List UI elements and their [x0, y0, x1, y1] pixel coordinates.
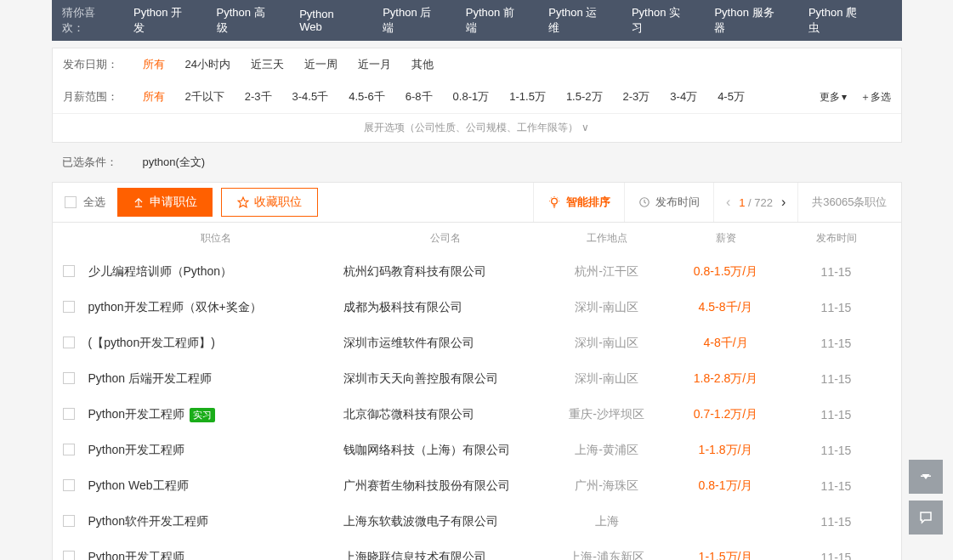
filter-salary-option[interactable]: 3-4.5千: [292, 89, 329, 105]
expand-filters-toggle[interactable]: 展开选项（公司性质、公司规模、工作年限等） ∨: [53, 113, 901, 142]
expand-filters-label: 展开选项（公司性质、公司规模、工作年限等）: [364, 122, 578, 133]
filter-salary-option[interactable]: 1-1.5万: [509, 89, 546, 105]
filter-salary-option[interactable]: 0.8-1万: [453, 89, 490, 105]
filter-salary-option[interactable]: 2-3千: [245, 89, 272, 105]
job-checkbox[interactable]: [63, 408, 75, 420]
chevron-down-icon: ∨: [581, 122, 589, 133]
job-date: 11-15: [786, 301, 888, 314]
job-checkbox[interactable]: [63, 551, 75, 561]
filter-date-option[interactable]: 近三天: [251, 57, 284, 72]
filter-date-option[interactable]: 近一周: [304, 57, 338, 72]
intern-badge: 实习: [190, 408, 215, 422]
arrow-up-icon: [918, 469, 933, 484]
job-checkbox[interactable]: [63, 301, 75, 313]
job-checkbox[interactable]: [63, 265, 75, 277]
tag-item[interactable]: Python 爬虫: [808, 5, 868, 36]
total-count: 共36065条职位: [797, 183, 900, 222]
job-salary: 1-1.5万/月: [667, 550, 786, 560]
pager: ‹ 1 / 722 ›: [713, 183, 797, 222]
sort-smart-label: 智能排序: [566, 195, 610, 210]
sort-publish-label: 发布时间: [655, 195, 700, 210]
sort-publish-time[interactable]: 发布时间: [624, 183, 713, 222]
job-checkbox[interactable]: [63, 515, 75, 527]
job-location: 重庆-沙坪坝区: [547, 407, 667, 422]
filter-salary-option[interactable]: 3-4万: [670, 89, 697, 105]
job-date: 11-15: [786, 479, 888, 493]
job-location: 上海-黄浦区: [547, 443, 667, 458]
selected-value: python(全文): [143, 155, 206, 170]
select-all-checkbox[interactable]: [65, 196, 77, 208]
filter-multi-button[interactable]: ＋多选: [860, 90, 891, 105]
filter-more-button[interactable]: 更多 ▾: [820, 90, 847, 105]
tag-item[interactable]: Python Web: [299, 8, 359, 33]
job-title-link[interactable]: (【python开发工程师】): [88, 336, 343, 351]
job-date: 11-15: [786, 337, 888, 350]
job-checkbox[interactable]: [63, 479, 75, 491]
apply-button[interactable]: 申请职位: [117, 188, 213, 217]
tag-item[interactable]: Python 服务器: [714, 5, 784, 36]
filter-date-option[interactable]: 所有: [143, 57, 165, 72]
job-company-link[interactable]: 北京御芯微科技有限公司: [343, 407, 547, 422]
favorite-button-label: 收藏职位: [254, 195, 302, 210]
filter-salary-option[interactable]: 4.5-6千: [349, 89, 385, 105]
job-salary: 0.8-1.5万/月: [667, 264, 786, 280]
back-to-top-button[interactable]: [909, 460, 943, 494]
filter-salary-option[interactable]: 6-8千: [406, 89, 433, 105]
job-title-link[interactable]: Python软件开发工程师: [88, 514, 343, 529]
tag-item[interactable]: Python 运维: [548, 5, 608, 36]
pager-next[interactable]: ›: [781, 195, 786, 210]
job-company-link[interactable]: 上海晓联信息技术有限公司: [343, 550, 547, 560]
tag-item[interactable]: Python 高级: [217, 5, 276, 36]
job-company-link[interactable]: 上海东软载波微电子有限公司: [343, 514, 547, 529]
job-title-link[interactable]: Python开发工程师: [88, 443, 343, 458]
job-date: 11-15: [786, 372, 888, 386]
filter-salary-option[interactable]: 4-5万: [718, 89, 745, 105]
filter-salary-option[interactable]: 1.5-2万: [566, 89, 603, 105]
table-row: Python开发工程师钱咖网络科技（上海）有限公司上海-黄浦区1-1.8万/月1…: [52, 433, 902, 468]
job-title-link[interactable]: Python Web工程师: [88, 478, 343, 494]
pager-prev[interactable]: ‹: [726, 195, 730, 210]
favorite-button[interactable]: 收藏职位: [221, 188, 318, 217]
selected-conditions: 已选条件： python(全文): [52, 143, 902, 182]
job-company-link[interactable]: 广州赛哲生物科技股份有限公司: [343, 478, 547, 494]
filter-date-option[interactable]: 近一月: [358, 57, 391, 72]
filter-salary-option[interactable]: 所有: [143, 89, 165, 105]
sort-smart[interactable]: 智能排序: [533, 183, 624, 222]
job-title-link[interactable]: Python开发工程师实习: [88, 407, 343, 422]
job-company-link[interactable]: 深圳市运维软件有限公司: [343, 336, 547, 351]
table-row: Python软件开发工程师上海东软载波微电子有限公司上海11-15: [52, 504, 902, 540]
tag-item[interactable]: Python 后端: [383, 5, 442, 36]
job-date: 11-15: [786, 408, 888, 421]
job-checkbox[interactable]: [63, 444, 75, 455]
filter-date-option[interactable]: 24小时内: [185, 57, 230, 72]
filter-salary-option[interactable]: 2千以下: [185, 89, 224, 105]
filter-date-option[interactable]: 其他: [411, 57, 434, 72]
job-title-link[interactable]: Python 后端开发工程师: [88, 371, 343, 387]
job-location: 上海-浦东新区: [547, 550, 667, 560]
filter-more-label: 更多: [820, 90, 840, 105]
job-date: 11-15: [786, 551, 888, 560]
tag-item[interactable]: Python 实习: [632, 5, 691, 36]
job-title-link[interactable]: Python开发工程师: [88, 550, 343, 560]
recommend-label: 猜你喜欢：: [62, 5, 117, 36]
job-salary: 0.7-1.2万/月: [667, 407, 786, 422]
job-title-link[interactable]: 少儿编程培训师（Python）: [88, 264, 343, 280]
job-checkbox[interactable]: [63, 337, 75, 348]
job-company-link[interactable]: 钱咖网络科技（上海）有限公司: [343, 443, 547, 458]
svg-marker-0: [238, 197, 248, 207]
apply-button-label: 申请职位: [150, 195, 197, 210]
job-date: 11-15: [786, 265, 888, 279]
select-all-group: 全选: [53, 195, 117, 210]
table-row: python开发工程师（双休+奖金）成都为极科技有限公司深圳-南山区4.5-8千…: [52, 290, 902, 325]
job-checkbox[interactable]: [63, 372, 75, 384]
job-company-link[interactable]: 成都为极科技有限公司: [343, 300, 547, 315]
filter-salary-option[interactable]: 2-3万: [623, 89, 650, 105]
tag-item[interactable]: Python 前端: [466, 5, 525, 36]
job-salary: 1.8-2.8万/月: [667, 371, 786, 387]
lightbulb-icon: [547, 195, 561, 209]
job-title-link[interactable]: python开发工程师（双休+奖金）: [88, 300, 343, 315]
job-company-link[interactable]: 杭州幻码教育科技有限公司: [343, 264, 547, 280]
feedback-button[interactable]: [909, 501, 943, 535]
job-company-link[interactable]: 深圳市天天向善控股有限公司: [343, 371, 547, 387]
tag-item[interactable]: Python 开发: [133, 5, 193, 36]
